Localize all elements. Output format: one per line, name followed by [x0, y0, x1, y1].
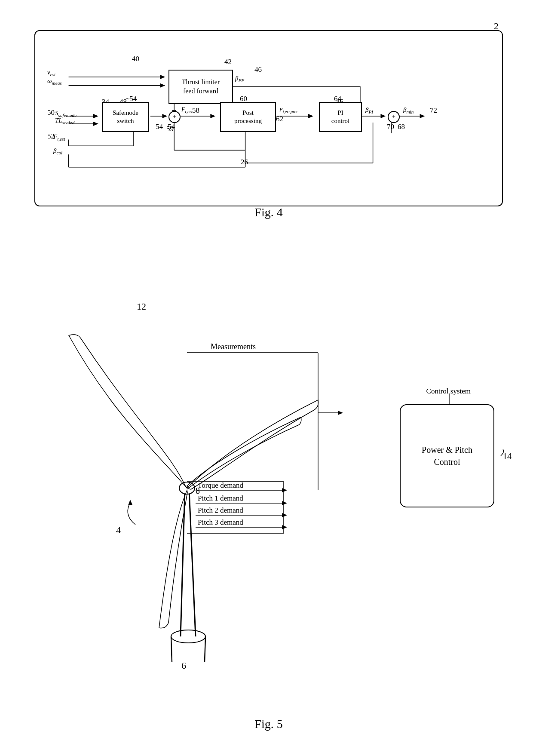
block-pi: PIcontrol	[319, 102, 362, 132]
ref-62: 62	[276, 115, 283, 123]
svg-line-42	[205, 636, 205, 662]
svg-marker-28	[308, 114, 313, 118]
control-box-label: Power & Pitch Control	[422, 444, 472, 468]
svg-marker-52	[282, 488, 287, 492]
block-safemode: Safemodeswitch	[102, 102, 149, 132]
svg-text:6: 6	[181, 660, 186, 671]
svg-text:Torque demand: Torque demand	[198, 481, 243, 489]
ref-64: 64	[334, 95, 341, 103]
svg-text:4: 4	[116, 525, 121, 535]
ref-68: 68	[398, 123, 405, 131]
label-fterr: Ft,err	[181, 106, 193, 114]
label-betacol: βcol	[53, 147, 62, 155]
label-betamin: βmin	[403, 106, 414, 114]
svg-marker-68	[338, 411, 343, 415]
svg-marker-61	[282, 525, 287, 529]
svg-marker-8	[93, 114, 98, 118]
ref-46a: 46	[254, 65, 262, 74]
ref-72: 72	[430, 106, 437, 115]
ref-60: 60	[240, 95, 247, 103]
svg-line-41	[171, 636, 172, 662]
block-safemode-label: Safemodeswitch	[113, 109, 138, 126]
sum-junction-final: +	[388, 111, 400, 123]
svg-text:Pitch 3 demand: Pitch 3 demand	[198, 518, 243, 526]
label-omegameas: ωmeas	[47, 77, 62, 86]
fig4-container: 2	[26, 17, 512, 219]
block-thrust-label: Thrust limiterfeed forward	[182, 78, 220, 96]
label-fterrproc: Ft,err,proc	[279, 106, 298, 114]
ref-58: 58	[192, 106, 199, 115]
fig5-container: 12 4 8 6 Torque demand Pitch 1 demand Pi…	[26, 241, 512, 735]
fig5-title: Fig. 5	[26, 717, 512, 731]
sum-junction-54: +	[168, 111, 181, 123]
svg-marker-22	[210, 114, 215, 118]
svg-marker-1	[160, 75, 165, 79]
ref-59: 59	[166, 125, 174, 133]
fig4-title: Fig. 4	[26, 206, 512, 219]
control-box: Power & Pitch Control	[400, 404, 494, 507]
fig4-border: 40 Thrust limiterfeed forward 42 vest ωm…	[34, 30, 503, 206]
label-tlscaled: TLscaled	[55, 117, 74, 125]
svg-point-40	[171, 630, 205, 643]
label-ftest: Ft,est	[53, 133, 65, 141]
label-vest: vest	[47, 69, 55, 77]
ref-70: 70	[387, 123, 394, 131]
ref-50: 50	[47, 108, 55, 117]
ref-26: 26	[241, 158, 248, 166]
svg-marker-3	[160, 83, 165, 88]
ref-42: 42	[224, 58, 232, 66]
block-pi-label: PIcontrol	[331, 109, 350, 126]
svg-text:12: 12	[137, 301, 146, 312]
svg-marker-10	[93, 122, 98, 126]
turbine-illustration: 12 4 8 6 Torque demand Pitch 1 demand Pi…	[26, 249, 348, 701]
label-betapi: βPI	[365, 106, 373, 114]
block-postproc-label: Postprocessing	[234, 109, 262, 126]
svg-text:Pitch 1 demand: Pitch 1 demand	[198, 494, 243, 502]
svg-text:Pitch 2 demand: Pitch 2 demand	[198, 506, 243, 514]
ref-40: 40	[132, 55, 139, 63]
svg-marker-30	[380, 114, 386, 118]
svg-marker-55	[282, 501, 287, 505]
svg-text:Measurements: Measurements	[211, 342, 256, 351]
svg-marker-32	[420, 114, 425, 118]
svg-line-39	[189, 490, 196, 636]
block-thrust: Thrust limiterfeed forward	[168, 70, 233, 104]
ref-54b: 54	[156, 123, 163, 131]
label-betaFF: βFF	[235, 75, 244, 83]
svg-marker-45	[128, 500, 132, 505]
block-postproc: Postprocessing	[220, 102, 276, 132]
ref14-arrow	[488, 447, 509, 464]
svg-marker-58	[282, 513, 287, 517]
svg-marker-20	[162, 114, 167, 118]
